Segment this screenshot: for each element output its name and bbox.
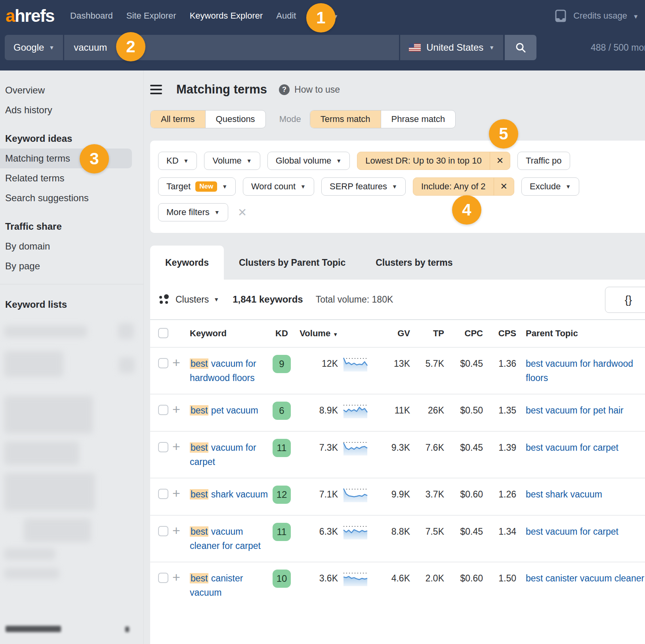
row-checkbox[interactable]	[158, 442, 168, 452]
keyword-link[interactable]: best canister vacuum	[190, 573, 243, 598]
volume-trend-sparkline	[343, 523, 368, 539]
col-volume[interactable]: Volume▼	[294, 328, 338, 339]
nav-item-site-explorer[interactable]: Site Explorer	[126, 11, 176, 21]
row-checkbox[interactable]	[158, 573, 168, 583]
select-all-checkbox[interactable]	[158, 328, 168, 338]
search-engine-select[interactable]: Google▼	[5, 35, 63, 60]
filter-chip-label: Include: Any of 2	[413, 178, 494, 195]
gv-cell: 9.9K	[377, 487, 410, 501]
row-checkbox[interactable]	[158, 358, 168, 368]
table-row: +best pet vacuum68.9K11K26K$0.501.35best…	[150, 394, 645, 431]
chevron-down-icon: ▼	[183, 158, 189, 164]
filter-button-serp-features[interactable]: SERP features▼	[321, 177, 406, 196]
tab-phrase-match[interactable]: Phrase match	[381, 111, 456, 128]
row-checkbox[interactable]	[158, 405, 168, 415]
parent-topic-link[interactable]: best shark vacuum	[526, 489, 602, 499]
cps-cell: 1.39	[483, 440, 516, 455]
trend-cell	[338, 439, 377, 459]
menu-icon[interactable]	[150, 85, 162, 94]
table-header: Keyword KD Volume▼ GV TP CPC CPS Parent …	[150, 320, 645, 347]
credits-usage-menu[interactable]: Credits usage ▼	[573, 11, 639, 21]
remove-filter-icon[interactable]: ✕	[494, 178, 514, 195]
tab-clusters-by-terms[interactable]: Clusters by terms	[361, 246, 468, 280]
keyword-cell: best canister vacuum	[190, 571, 269, 600]
filter-button-traffic-po[interactable]: Traffic po	[517, 152, 570, 170]
col-keyword[interactable]: Keyword	[190, 328, 269, 339]
keyword-link[interactable]: best vacuum for hardwood floors	[190, 358, 256, 383]
tp-cell: 7.6K	[410, 440, 444, 455]
export-api-button[interactable]: {}	[605, 287, 645, 313]
sidebar-item-by-domain[interactable]: By domain	[0, 236, 143, 256]
sidebar-item-matching-terms[interactable]: Matching terms	[0, 149, 132, 168]
sidebar-section-keyword-ideas: Keyword ideas	[0, 129, 143, 149]
keyword-link[interactable]: best vacuum cleaner for carpet	[190, 526, 261, 551]
chevron-down-icon: ▼	[214, 209, 220, 215]
gv-cell: 8.8K	[377, 524, 410, 539]
help-icon[interactable]: ?	[279, 84, 290, 95]
keyword-link[interactable]: best vacuum for carpet	[190, 442, 256, 467]
tab-all-terms[interactable]: All terms	[151, 111, 205, 128]
keyword-link[interactable]: best pet vacuum	[190, 405, 258, 415]
sidebar-item-ads-history[interactable]: Ads history	[0, 100, 143, 120]
add-to-list-icon[interactable]: +	[172, 570, 180, 585]
nav-item-dashboard[interactable]: Dashboard	[70, 11, 113, 21]
tab-questions[interactable]: Questions	[205, 111, 265, 128]
parent-topic-cell: best vacuum for hardwood floors	[516, 356, 645, 385]
filter-button-kd[interactable]: KD▼	[158, 152, 197, 170]
col-tp[interactable]: TP	[410, 328, 444, 339]
parent-topic-link[interactable]: best vacuum for hardwood floors	[526, 358, 633, 383]
clear-filters-icon[interactable]: ✕	[235, 203, 249, 221]
remove-filter-icon[interactable]: ✕	[490, 152, 510, 170]
filter-button-exclude[interactable]: Exclude▼	[521, 177, 579, 196]
filter-button-label: Exclude	[530, 181, 561, 192]
col-cpc[interactable]: CPC	[444, 328, 483, 339]
tab-terms-match[interactable]: Terms match	[310, 111, 381, 128]
add-to-list-icon[interactable]: +	[172, 523, 180, 538]
col-kd[interactable]: KD	[269, 328, 294, 339]
keyword-cell: best vacuum cleaner for carpet	[190, 524, 269, 553]
parent-topic-link[interactable]: best vacuum for pet hair	[526, 405, 624, 415]
ahrefs-logo[interactable]: ahrefs	[6, 6, 54, 26]
parent-topic-link[interactable]: best vacuum for carpet	[526, 526, 618, 537]
keyword-search-input[interactable]: vacuum	[64, 35, 399, 60]
sidebar-item-overview[interactable]: Overview	[0, 80, 143, 100]
row-checkbox[interactable]	[158, 489, 168, 499]
filter-button-target[interactable]: TargetNew▼	[158, 177, 236, 196]
how-to-use-link[interactable]: How to use	[294, 84, 340, 95]
sidebar-item-by-page[interactable]: By page	[0, 256, 143, 276]
tab-clusters-by-parent-topic[interactable]: Clusters by Parent Topic	[224, 246, 361, 280]
blurred-list-item	[4, 568, 59, 579]
blurred-list-item	[4, 473, 95, 511]
device-icon[interactable]	[555, 10, 566, 22]
filter-chip-include-any-of-2[interactable]: Include: Any of 2✕	[413, 177, 514, 196]
keyword-match-highlight: best	[190, 526, 208, 537]
filter-button-more-filters[interactable]: More filters▼	[158, 203, 228, 221]
filter-chip-lowest-dr-up-to-30-in-top-10[interactable]: Lowest DR: Up to 30 in top 10✕	[357, 152, 510, 170]
col-cps[interactable]: CPS	[483, 328, 516, 339]
country-select[interactable]: United States▼	[400, 35, 503, 60]
col-parent-topic[interactable]: Parent Topic	[516, 328, 645, 339]
clusters-dropdown[interactable]: Clusters▼	[176, 294, 219, 305]
sidebar-item-search-suggestions[interactable]: Search suggestions	[0, 188, 143, 208]
tab-keywords[interactable]: Keywords	[150, 246, 224, 280]
col-gv[interactable]: GV	[377, 328, 410, 339]
parent-topic-link[interactable]: best canister vacuum cleaner	[526, 573, 644, 583]
add-to-list-icon[interactable]: +	[172, 402, 180, 417]
sidebar-item-related-terms[interactable]: Related terms	[0, 168, 143, 188]
nav-item-keywords-explorer[interactable]: Keywords Explorer	[190, 11, 263, 21]
blurred-list-item	[24, 518, 91, 542]
filter-button-volume[interactable]: Volume▼	[204, 152, 260, 170]
filter-button-global-volume[interactable]: Global volume▼	[267, 152, 350, 170]
blurred-list-item	[4, 326, 87, 337]
add-to-list-icon[interactable]: +	[172, 355, 180, 370]
nav-item-audit[interactable]: Audit	[276, 11, 296, 21]
filter-button-word-count[interactable]: Word count▼	[243, 177, 314, 196]
keyword-link[interactable]: best shark vacuum	[190, 489, 268, 499]
search-button[interactable]	[505, 35, 536, 60]
add-to-list-icon[interactable]: +	[172, 486, 180, 501]
row-checkbox[interactable]	[158, 526, 168, 536]
tp-cell: 26K	[410, 403, 444, 417]
cps-cell: 1.26	[483, 487, 516, 501]
parent-topic-link[interactable]: best vacuum for carpet	[526, 442, 618, 453]
add-to-list-icon[interactable]: +	[172, 439, 180, 454]
